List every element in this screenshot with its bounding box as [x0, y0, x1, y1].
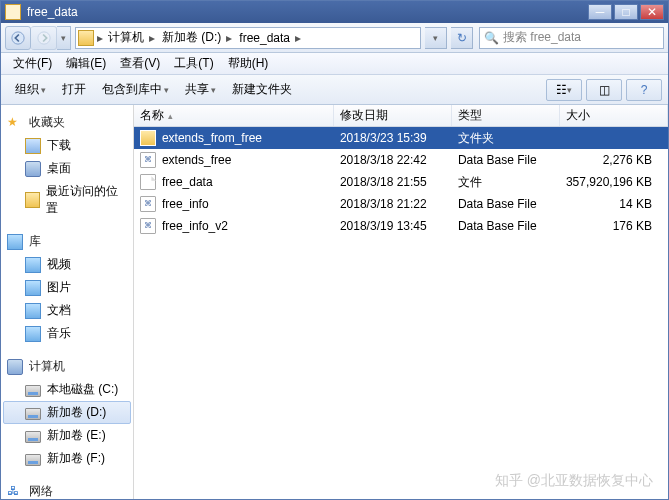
sidebar-favorites[interactable]: ★收藏夹: [3, 111, 131, 134]
video-icon: [25, 257, 41, 273]
file-date: 2018/3/18 22:42: [334, 153, 452, 167]
menu-help[interactable]: 帮助(H): [222, 53, 275, 74]
folder-icon: [78, 30, 94, 46]
breadcrumb-drive-d[interactable]: 新加卷 (D:)▸: [160, 29, 237, 46]
file-type: Data Base File: [452, 153, 560, 167]
desktop-icon: [25, 161, 41, 177]
window-icon: [5, 4, 21, 20]
preview-pane-button[interactable]: ◫: [586, 79, 622, 101]
address-dropdown[interactable]: ▾: [425, 27, 447, 49]
organize-button[interactable]: 组织 ▾: [7, 77, 54, 102]
file-size: 14 KB: [560, 197, 668, 211]
back-button[interactable]: [5, 26, 31, 50]
breadcrumb-arrow-icon: ▸: [94, 31, 106, 45]
svg-point-0: [12, 31, 24, 43]
column-date[interactable]: 修改日期: [334, 105, 452, 126]
sidebar-item-music[interactable]: 音乐: [3, 322, 131, 345]
table-row[interactable]: extends_from_free2018/3/23 15:39文件夹: [134, 127, 668, 149]
file-size: 176 KB: [560, 219, 668, 233]
window-titlebar: free_data ─ □ ✕: [1, 1, 668, 23]
sidebar-item-downloads[interactable]: 下载: [3, 134, 131, 157]
search-input[interactable]: 🔍 搜索 free_data: [479, 27, 664, 49]
menu-file[interactable]: 文件(F): [7, 53, 58, 74]
help-button[interactable]: ?: [626, 79, 662, 101]
file-name: free_data: [162, 175, 213, 189]
breadcrumb-folder[interactable]: free_data▸: [237, 31, 306, 45]
file-name: extends_from_free: [162, 131, 262, 145]
column-type[interactable]: 类型: [452, 105, 560, 126]
recent-icon: [25, 192, 40, 208]
sidebar-computer[interactable]: 计算机: [3, 355, 131, 378]
database-file-icon: [140, 218, 156, 234]
library-icon: [7, 234, 23, 250]
new-folder-button[interactable]: 新建文件夹: [224, 77, 300, 102]
search-icon: 🔍: [484, 31, 499, 45]
sidebar-item-drive-f[interactable]: 新加卷 (F:): [3, 447, 131, 470]
refresh-button[interactable]: ↻: [451, 27, 473, 49]
file-list: 名称▴ 修改日期 类型 大小 extends_from_free2018/3/2…: [134, 105, 668, 499]
file-name: free_info: [162, 197, 209, 211]
computer-icon: [7, 359, 23, 375]
drive-icon: [25, 385, 41, 397]
table-row[interactable]: free_info_v22018/3/19 13:45Data Base Fil…: [134, 215, 668, 237]
file-type: Data Base File: [452, 219, 560, 233]
drive-icon: [25, 454, 41, 466]
view-mode-button[interactable]: ☷ ▾: [546, 79, 582, 101]
sidebar-item-drive-d[interactable]: 新加卷 (D:): [3, 401, 131, 424]
sidebar-item-drive-c[interactable]: 本地磁盘 (C:): [3, 378, 131, 401]
sidebar-item-recent[interactable]: 最近访问的位置: [3, 180, 131, 220]
music-icon: [25, 326, 41, 342]
column-size[interactable]: 大小: [560, 105, 668, 126]
share-button[interactable]: 共享 ▾: [177, 77, 224, 102]
file-size: 2,276 KB: [560, 153, 668, 167]
nav-history-dropdown[interactable]: ▾: [57, 26, 71, 50]
svg-point-1: [37, 31, 49, 43]
file-date: 2018/3/19 13:45: [334, 219, 452, 233]
menu-view[interactable]: 查看(V): [114, 53, 166, 74]
table-row[interactable]: free_data2018/3/18 21:55文件357,920,196 KB: [134, 171, 668, 193]
menu-tools[interactable]: 工具(T): [168, 53, 219, 74]
sidebar-item-drive-e[interactable]: 新加卷 (E:): [3, 424, 131, 447]
file-date: 2018/3/18 21:22: [334, 197, 452, 211]
column-name[interactable]: 名称▴: [134, 105, 334, 126]
sidebar-item-documents[interactable]: 文档: [3, 299, 131, 322]
close-button[interactable]: ✕: [640, 4, 664, 20]
document-icon: [25, 303, 41, 319]
menu-edit[interactable]: 编辑(E): [60, 53, 112, 74]
watermark: 知乎 @北亚数据恢复中心: [495, 472, 653, 490]
search-placeholder: 搜索 free_data: [503, 29, 581, 46]
menu-bar: 文件(F) 编辑(E) 查看(V) 工具(T) 帮助(H): [1, 53, 668, 75]
breadcrumb-computer[interactable]: 计算机▸: [106, 29, 160, 46]
file-size: 357,920,196 KB: [560, 175, 668, 189]
sidebar-network[interactable]: 🖧网络: [3, 480, 131, 499]
folder-icon: [25, 138, 41, 154]
forward-button[interactable]: [31, 26, 57, 50]
file-name: free_info_v2: [162, 219, 228, 233]
include-library-button[interactable]: 包含到库中 ▾: [94, 77, 177, 102]
maximize-button[interactable]: □: [614, 4, 638, 20]
open-button[interactable]: 打开: [54, 77, 94, 102]
sidebar-libraries[interactable]: 库: [3, 230, 131, 253]
navigation-bar: ▾ ▸ 计算机▸ 新加卷 (D:)▸ free_data▸ ▾ ↻ 🔍 搜索 f…: [1, 23, 668, 53]
sort-indicator-icon: ▴: [168, 111, 173, 121]
drive-icon: [25, 408, 41, 420]
file-type: Data Base File: [452, 197, 560, 211]
picture-icon: [25, 280, 41, 296]
database-file-icon: [140, 152, 156, 168]
network-icon: 🖧: [7, 484, 23, 500]
sidebar-item-videos[interactable]: 视频: [3, 253, 131, 276]
minimize-button[interactable]: ─: [588, 4, 612, 20]
file-date: 2018/3/18 21:55: [334, 175, 452, 189]
table-row[interactable]: extends_free2018/3/18 22:42Data Base Fil…: [134, 149, 668, 171]
column-headers: 名称▴ 修改日期 类型 大小: [134, 105, 668, 127]
address-bar[interactable]: ▸ 计算机▸ 新加卷 (D:)▸ free_data▸: [75, 27, 421, 49]
database-file-icon: [140, 196, 156, 212]
sidebar-item-pictures[interactable]: 图片: [3, 276, 131, 299]
sidebar-item-desktop[interactable]: 桌面: [3, 157, 131, 180]
file-type: 文件夹: [452, 130, 560, 147]
drive-icon: [25, 431, 41, 443]
star-icon: ★: [7, 115, 23, 131]
table-row[interactable]: free_info2018/3/18 21:22Data Base File14…: [134, 193, 668, 215]
command-bar: 组织 ▾ 打开 包含到库中 ▾ 共享 ▾ 新建文件夹 ☷ ▾ ◫ ?: [1, 75, 668, 105]
file-type: 文件: [452, 174, 560, 191]
